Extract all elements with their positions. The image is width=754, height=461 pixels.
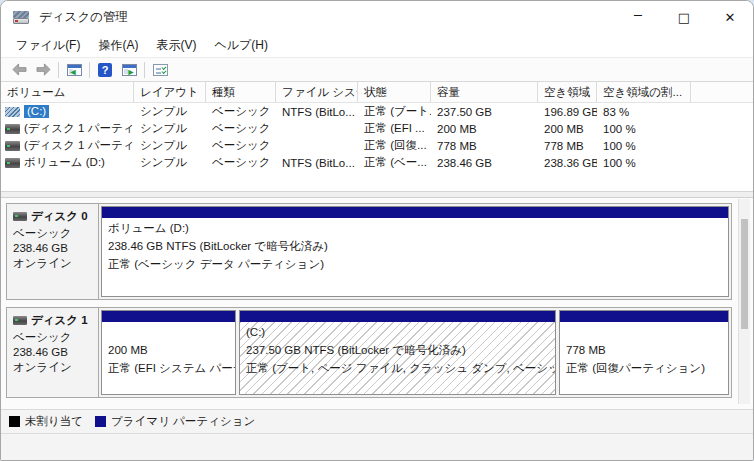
disk-1-group: ディスク 1 ベーシック 238.46 GB オンライン 200 MB 正常 (… — [6, 307, 732, 398]
help-button[interactable]: ? — [93, 59, 117, 80]
forward-button[interactable] — [31, 59, 55, 80]
graphical-view-pane: ディスク 0 ベーシック 238.46 GB オンライン ボリューム (D:) … — [1, 198, 753, 409]
cell-free-percent: 100 % — [597, 140, 691, 152]
primary-partition-bar — [102, 207, 728, 218]
properties-button[interactable] — [148, 59, 172, 80]
toolbar-separator — [89, 62, 90, 78]
column-header-status[interactable]: 状態 — [358, 82, 431, 102]
partition-c-selected[interactable]: (C:) 237.50 GB NTFS (BitLocker で暗号化済み) 正… — [239, 310, 556, 395]
partition-d[interactable]: ボリューム (D:) 238.46 GB NTFS (BitLocker で暗号… — [101, 206, 729, 297]
menu-view[interactable]: 表示(V) — [147, 34, 205, 57]
primary-partition-bar — [560, 311, 728, 322]
unallocated-swatch — [9, 416, 20, 427]
column-header-capacity[interactable]: 容量 — [431, 82, 538, 102]
disk-status: オンライン — [13, 360, 94, 375]
table-row[interactable]: (ディスク 1 パーティシ... シンプル ベーシック 正常 (EFI ... … — [1, 120, 753, 137]
cell-layout: シンプル — [134, 104, 206, 119]
vertical-scrollbar[interactable] — [738, 199, 750, 404]
menu-help[interactable]: ヘルプ(H) — [205, 34, 277, 57]
menu-bar: ファイル(F) 操作(A) 表示(V) ヘルプ(H) — [1, 33, 753, 58]
forward-icon — [36, 63, 51, 76]
back-button[interactable] — [7, 59, 31, 80]
column-header-free-percent[interactable]: 空き領域の割... — [597, 82, 691, 102]
volume-name-selected: (C:) — [24, 105, 49, 118]
partition-title — [560, 322, 728, 340]
cell-free: 196.89 GB — [538, 106, 597, 118]
cell-layout: シンプル — [134, 155, 206, 170]
cell-layout: シンプル — [134, 121, 206, 136]
volume-icon — [5, 141, 20, 151]
cell-status: 正常 (ベー... — [358, 155, 431, 170]
cell-status: 正常 (EFI ... — [358, 121, 431, 136]
cell-free: 200 MB — [538, 123, 597, 135]
legend-item-primary-partition: プライマリ パーティション — [95, 414, 255, 429]
cell-free-percent: 100 % — [597, 123, 691, 135]
legend-bar: 未割り当て プライマリ パーティション — [1, 409, 753, 433]
disk-management-window: ディスクの管理 ─ □ ✕ ファイル(F) 操作(A) 表示(V) ヘルプ(H)… — [0, 0, 754, 461]
volume-name: ボリューム (D:) — [24, 155, 105, 170]
action-pane-icon: ► — [122, 64, 137, 76]
toolbar: ◄ ? ► — [1, 58, 753, 82]
help-icon: ? — [98, 63, 112, 77]
minimize-button[interactable]: ─ — [615, 1, 661, 33]
disk-1-label[interactable]: ディスク 1 ベーシック 238.46 GB オンライン — [7, 308, 99, 397]
volume-icon — [5, 107, 20, 117]
column-header-free-space[interactable]: 空き領域 — [538, 82, 597, 102]
primary-partition-swatch — [95, 416, 106, 427]
maximize-button[interactable]: □ — [661, 1, 707, 33]
table-row[interactable]: (ディスク 1 パーティシ... シンプル ベーシック 正常 (回復... 77… — [1, 137, 753, 154]
partition-recovery[interactable]: 778 MB 正常 (回復パーティション) — [559, 310, 729, 395]
action-pane-button[interactable]: ► — [117, 59, 141, 80]
partition-size-fs: 237.50 GB NTFS (BitLocker で暗号化済み) — [240, 340, 555, 358]
column-header-volume[interactable]: ボリューム — [1, 82, 134, 102]
disk-icon — [13, 316, 27, 325]
partition-status: 正常 (ベーシック データ パーティション) — [102, 254, 728, 272]
disk-0-label[interactable]: ディスク 0 ベーシック 238.46 GB オンライン — [7, 204, 99, 299]
column-header-filesystem[interactable]: ファイル システム — [276, 82, 358, 102]
toolbar-separator — [144, 62, 145, 78]
back-icon — [12, 63, 27, 76]
properties-icon — [153, 64, 168, 76]
legend-label: 未割り当て — [25, 414, 83, 429]
disk-size: 238.46 GB — [13, 241, 94, 256]
menu-file[interactable]: ファイル(F) — [7, 34, 89, 57]
primary-partition-bar — [240, 311, 555, 322]
cell-capacity: 238.46 GB — [431, 157, 538, 169]
disk-icon — [13, 212, 27, 221]
toolbar-separator — [58, 62, 59, 78]
volume-list-header: ボリューム レイアウト 種類 ファイル システム 状態 容量 空き領域 空き領域… — [1, 82, 753, 103]
table-row[interactable]: ボリューム (D:) シンプル ベーシック NTFS (BitLo... 正常 … — [1, 154, 753, 171]
partition-status: 正常 (回復パーティション) — [560, 358, 728, 376]
partition-efi[interactable]: 200 MB 正常 (EFI システム パーティ — [101, 310, 236, 395]
disk-name: ディスク 1 — [31, 313, 88, 328]
title-bar: ディスクの管理 ─ □ ✕ — [1, 1, 753, 33]
disk-status: オンライン — [13, 256, 94, 271]
selection-hatch: (C:) 237.50 GB NTFS (BitLocker で暗号化済み) 正… — [240, 322, 555, 394]
cell-type: ベーシック — [206, 155, 276, 170]
scrollbar-thumb[interactable] — [741, 219, 748, 329]
status-bar — [1, 433, 753, 461]
partition-title: ボリューム (D:) — [102, 218, 728, 236]
cell-free-percent: 83 % — [597, 106, 691, 118]
partition-size-fs: 200 MB — [102, 340, 235, 358]
disk-type: ベーシック — [13, 226, 94, 241]
pane-splitter[interactable] — [1, 191, 753, 198]
column-header-type[interactable]: 種類 — [206, 82, 276, 102]
cell-status: 正常 (ブート... — [358, 104, 431, 119]
console-tree-button[interactable]: ◄ — [62, 59, 86, 80]
menu-action[interactable]: 操作(A) — [89, 34, 147, 57]
legend-item-unallocated: 未割り当て — [9, 414, 83, 429]
cell-layout: シンプル — [134, 138, 206, 153]
cell-type: ベーシック — [206, 104, 276, 119]
legend-label: プライマリ パーティション — [111, 414, 255, 429]
close-button[interactable]: ✕ — [707, 1, 753, 33]
partition-status: 正常 (ブート, ページ ファイル, クラッシュ ダンプ, ベーシック データ … — [240, 358, 555, 376]
disk-size: 238.46 GB — [13, 345, 94, 360]
table-row[interactable]: (C:) シンプル ベーシック NTFS (BitLo... 正常 (ブート..… — [1, 103, 753, 120]
disk-name: ディスク 0 — [31, 209, 88, 224]
column-header-layout[interactable]: レイアウト — [134, 82, 206, 102]
cell-capacity: 237.50 GB — [431, 106, 538, 118]
partition-size-fs: 238.46 GB NTFS (BitLocker で暗号化済み) — [102, 236, 728, 254]
volume-icon — [5, 158, 20, 168]
partition-title — [102, 322, 235, 340]
